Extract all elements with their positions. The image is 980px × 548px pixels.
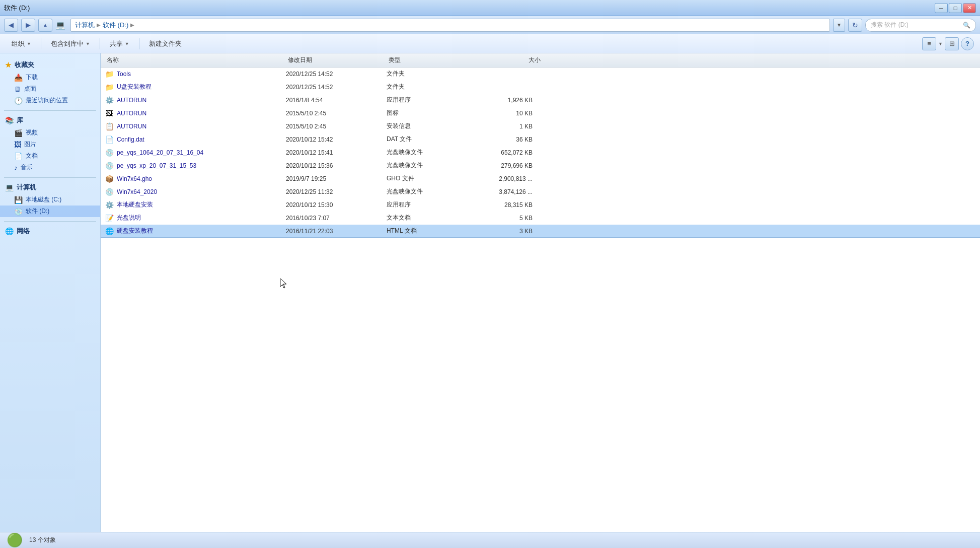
up-button[interactable]: ▲ [38, 19, 52, 32]
sidebar-favorites-header[interactable]: ★ 收藏夹 [0, 58, 100, 72]
col-header-size[interactable]: 大小 [467, 56, 543, 64]
breadcrumb-icon: 💻 [55, 20, 65, 30]
file-date: 2020/10/12 15:30 [286, 201, 387, 209]
view-arrow[interactable]: ▼ [938, 41, 943, 46]
table-row[interactable]: 📝 光盘说明 2016/10/23 7:07 文本文档 5 KB [101, 212, 980, 225]
table-row[interactable]: 🌐 硬盘安装教程 2016/11/21 22:03 HTML 文档 3 KB [101, 225, 980, 238]
table-row[interactable]: 💿 Win7x64_2020 2020/12/25 11:32 光盘映像文件 3… [101, 185, 980, 198]
new-folder-button[interactable]: 新建文件夹 [143, 37, 187, 51]
toolbar-separator-3 [139, 38, 139, 49]
library-icon: 📚 [5, 116, 14, 124]
file-date: 2016/10/23 7:07 [286, 215, 387, 222]
file-name: Tools [117, 71, 131, 78]
help-button[interactable]: ? [961, 37, 974, 50]
sidebar-item-ddrive[interactable]: 💿 软件 (D:) [0, 206, 100, 217]
table-row[interactable]: 🖼 AUTORUN 2015/5/10 2:45 图标 10 KB [101, 107, 980, 120]
cdrive-icon: 💾 [14, 196, 23, 204]
file-size: 5 KB [467, 215, 543, 222]
table-row[interactable]: 📦 Win7x64.gho 2019/9/7 19:25 GHO 文件 2,90… [101, 172, 980, 185]
file-date: 2020/10/12 15:42 [286, 136, 387, 143]
file-name: Win7x64.gho [117, 175, 152, 182]
file-icon: 📁 [105, 70, 114, 79]
table-row[interactable]: 💿 pe_yqs_xp_20_07_31_15_53 2020/10/12 15… [101, 159, 980, 172]
sidebar-music-label: 音乐 [21, 163, 33, 172]
share-arrow: ▼ [125, 41, 129, 46]
sidebar-item-document[interactable]: 📄 文档 [0, 150, 100, 162]
include-library-label: 包含到库中 [51, 39, 84, 48]
preview-button[interactable]: ⊞ [945, 37, 959, 50]
refresh-button[interactable]: ↻ [848, 19, 862, 32]
sidebar-item-video[interactable]: 🎬 视频 [0, 127, 100, 139]
address-dropdown[interactable]: ▼ [833, 19, 845, 32]
table-row[interactable]: 📁 U盘安装教程 2020/12/25 14:52 文件夹 [101, 81, 980, 94]
sidebar-divider-3 [4, 221, 96, 222]
file-type: 应用程序 [387, 96, 467, 104]
share-button[interactable]: 共享 ▼ [104, 37, 135, 51]
table-row[interactable]: ⚙️ 本地硬盘安装 2020/10/12 15:30 应用程序 28,315 K… [101, 198, 980, 212]
file-type: HTML 文档 [387, 227, 467, 235]
file-type: 应用程序 [387, 200, 467, 209]
sidebar-library-label: 库 [17, 116, 23, 125]
file-name-cell: 📁 Tools [105, 70, 286, 79]
table-row[interactable]: 📁 Tools 2020/12/25 14:52 文件夹 [101, 67, 980, 81]
file-name-cell: 📝 光盘说明 [105, 214, 286, 223]
file-date: 2015/5/10 2:45 [286, 110, 387, 117]
view-button[interactable]: ≡ [922, 37, 936, 50]
file-size: 36 KB [467, 136, 543, 143]
sidebar-computer-header[interactable]: 💻 计算机 [0, 181, 100, 194]
file-size: 3,874,126 ... [467, 188, 543, 195]
close-button[interactable]: ✕ [963, 3, 976, 13]
status-icon: 🟢 [5, 533, 24, 547]
titlebar-controls: ─ □ ✕ [935, 3, 976, 13]
minimize-button[interactable]: ─ [935, 3, 948, 13]
file-name-cell: 🖼 AUTORUN [105, 109, 286, 118]
file-size: 3 KB [467, 228, 543, 235]
sidebar-network-header[interactable]: 🌐 网络 [0, 225, 100, 238]
back-button[interactable]: ◀ [4, 19, 18, 32]
search-box[interactable]: 搜索 软件 (D:) 🔍 [865, 19, 976, 32]
include-library-arrow: ▼ [86, 41, 90, 46]
path-computer[interactable]: 计算机 [75, 21, 95, 30]
table-row[interactable]: 📄 Config.dat 2020/10/12 15:42 DAT 文件 36 … [101, 133, 980, 146]
sidebar-item-picture[interactable]: 🖼 图片 [0, 139, 100, 150]
col-header-date[interactable]: 修改日期 [286, 56, 387, 64]
picture-icon: 🖼 [14, 141, 21, 149]
organize-arrow: ▼ [27, 41, 31, 46]
music-icon: ♪ [14, 164, 18, 172]
sidebar-document-label: 文档 [26, 152, 38, 160]
organize-button[interactable]: 组织 ▼ [6, 37, 37, 51]
maximize-button[interactable]: □ [949, 3, 962, 13]
content-area: 名称 修改日期 类型 大小 📁 Tools 2020/12/25 14:52 文… [101, 53, 980, 532]
network-icon: 🌐 [5, 227, 14, 235]
file-name: Config.dat [117, 136, 144, 143]
sidebar-item-recent[interactable]: 🕐 最近访问的位置 [0, 95, 100, 106]
sidebar-item-music[interactable]: ♪ 音乐 [0, 162, 100, 173]
table-row[interactable]: 💿 pe_yqs_1064_20_07_31_16_04 2020/10/12 … [101, 146, 980, 159]
include-library-button[interactable]: 包含到库中 ▼ [45, 37, 96, 51]
file-icon: 📦 [105, 174, 114, 183]
file-icon: 📋 [105, 122, 114, 131]
file-date: 2020/12/25 14:52 [286, 71, 387, 78]
table-row[interactable]: 📋 AUTORUN 2015/5/10 2:45 安装信息 1 KB [101, 120, 980, 133]
sidebar-divider-2 [4, 177, 96, 178]
forward-button[interactable]: ▶ [21, 19, 35, 32]
file-size: 28,315 KB [467, 201, 543, 209]
file-size: 652,072 KB [467, 149, 543, 156]
file-icon: ⚙️ [105, 96, 114, 105]
sidebar-item-download[interactable]: 📥 下载 [0, 72, 100, 83]
sidebar-item-cdrive[interactable]: 💾 本地磁盘 (C:) [0, 194, 100, 206]
path-arrow-1: ▶ [97, 22, 101, 28]
file-icon: 📁 [105, 83, 114, 92]
sidebar-item-desktop[interactable]: 🖥 桌面 [0, 83, 100, 95]
path-drive[interactable]: 软件 (D:) [103, 21, 128, 30]
col-header-name[interactable]: 名称 [105, 56, 286, 64]
sidebar-computer-section: 💻 计算机 💾 本地磁盘 (C:) 💿 软件 (D:) [0, 181, 100, 217]
addressbar: ◀ ▶ ▲ 💻 计算机 ▶ 软件 (D:) ▶ ▼ ↻ 搜索 软件 (D:) 🔍 [0, 16, 980, 34]
sidebar-library-header[interactable]: 📚 库 [0, 114, 100, 127]
address-path[interactable]: 计算机 ▶ 软件 (D:) ▶ [70, 19, 830, 32]
table-row[interactable]: ⚙️ AUTORUN 2016/1/8 4:54 应用程序 1,926 KB [101, 94, 980, 107]
file-name: AUTORUN [117, 123, 146, 130]
col-header-type[interactable]: 类型 [387, 56, 467, 64]
path-arrow-2: ▶ [130, 22, 134, 28]
file-icon: 📝 [105, 214, 114, 223]
